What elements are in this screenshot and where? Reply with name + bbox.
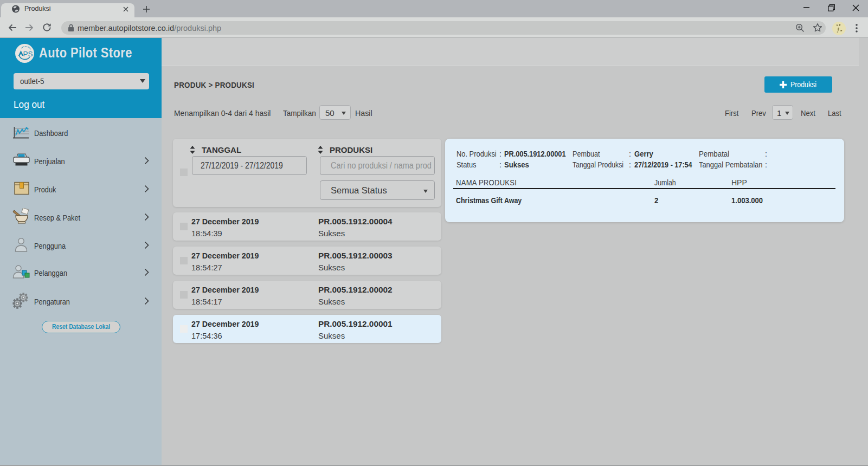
- svg-text:PS: PS: [23, 50, 33, 58]
